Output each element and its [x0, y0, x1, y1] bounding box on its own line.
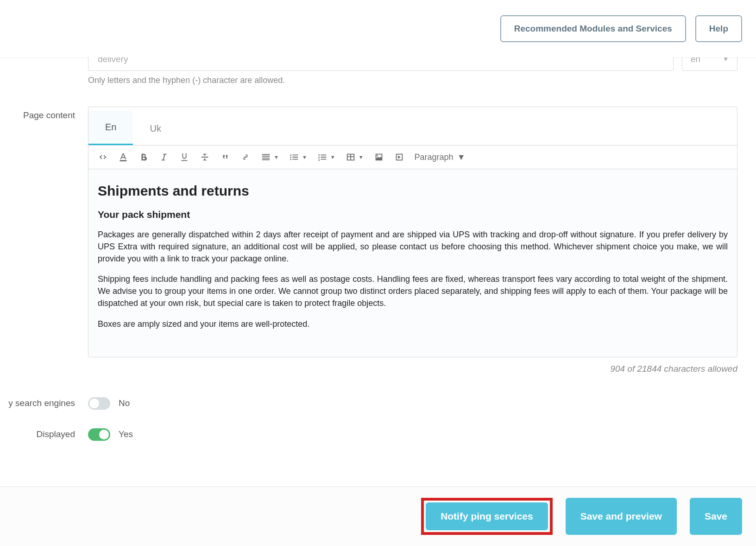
footer-bar: Notify ping services Save and preview Sa…: [0, 486, 756, 546]
content-h2: Shipments and returns: [98, 183, 728, 199]
form-content: Friendly URL en ▼ Only letters and the h…: [0, 57, 756, 441]
caret-down-icon: ▼: [359, 154, 364, 160]
table-icon: [346, 152, 356, 162]
page-content-label: Page content: [0, 104, 88, 121]
chevron-down-icon: ▼: [723, 57, 729, 63]
link-icon[interactable]: [240, 152, 251, 162]
bold-icon[interactable]: [139, 152, 149, 162]
numbered-list-dropdown[interactable]: ▼: [317, 152, 335, 162]
page-content-row: Page content En Uk: [0, 104, 737, 374]
search-engines-label: y search engines: [0, 398, 88, 408]
highlighted-notify: Notify ping services: [421, 498, 553, 535]
editor-content[interactable]: Shipments and returns Your pack shipment…: [88, 169, 737, 357]
bullet-list-icon: [289, 152, 299, 162]
format-dropdown[interactable]: Paragraph ▼: [415, 152, 466, 162]
search-engines-value: No: [119, 398, 130, 408]
notify-ping-button[interactable]: Notify ping services: [426, 502, 548, 530]
content-p2: Shipping fees include handling and packi…: [98, 273, 728, 309]
text-color-icon[interactable]: [118, 152, 128, 162]
char-count: 904 of 21844 characters allowed: [88, 364, 737, 374]
save-preview-button[interactable]: Save and preview: [566, 498, 677, 535]
format-label: Paragraph: [415, 152, 454, 162]
help-button[interactable]: Help: [695, 15, 742, 42]
recommended-modules-button[interactable]: Recommended Modules and Services: [500, 15, 686, 42]
tab-uk[interactable]: Uk: [133, 112, 177, 145]
content-h3: Your pack shipment: [98, 209, 728, 220]
underline-icon[interactable]: [179, 152, 189, 162]
caret-down-icon: ▼: [457, 152, 466, 162]
header-bar: Recommended Modules and Services Help: [0, 0, 756, 58]
editor-tabs: En Uk: [88, 107, 737, 145]
lang-select-value: en: [691, 57, 700, 64]
tab-en[interactable]: En: [88, 111, 133, 145]
caret-down-icon: ▼: [274, 154, 279, 160]
quote-icon[interactable]: [220, 152, 230, 162]
svg-rect-0: [120, 160, 127, 161]
image-icon[interactable]: [374, 152, 384, 162]
friendly-url-hint: Only letters and the hyphen (-) characte…: [88, 76, 737, 85]
content-p3: Boxes are amply sized and your items are…: [98, 318, 728, 330]
table-dropdown[interactable]: ▼: [346, 152, 364, 162]
search-engines-toggle[interactable]: [88, 397, 110, 410]
code-icon[interactable]: [98, 152, 108, 162]
align-dropdown[interactable]: ▼: [261, 152, 279, 162]
displayed-toggle[interactable]: [88, 428, 110, 441]
displayed-row: Displayed Yes: [0, 428, 737, 441]
align-icon: [261, 152, 271, 162]
bullet-list-dropdown[interactable]: ▼: [289, 152, 307, 162]
friendly-url-row: Friendly URL en ▼ Only letters and the h…: [0, 57, 737, 85]
friendly-url-lang-select[interactable]: en ▼: [682, 57, 737, 71]
friendly-url-input[interactable]: [88, 57, 674, 71]
caret-down-icon: ▼: [302, 154, 307, 160]
italic-icon[interactable]: [159, 152, 169, 162]
editor-panel: En Uk ▼: [88, 107, 737, 357]
strikethrough-icon[interactable]: [200, 152, 210, 162]
editor-toolbar: ▼ ▼ ▼ ▼: [88, 145, 737, 169]
video-icon[interactable]: [394, 152, 404, 162]
caret-down-icon: ▼: [330, 154, 335, 160]
numbered-list-icon: [317, 152, 328, 162]
content-p1: Packages are generally dispatched within…: [98, 229, 728, 265]
search-engines-row: y search engines No: [0, 397, 737, 410]
displayed-value: Yes: [119, 429, 133, 439]
displayed-label: Displayed: [0, 429, 88, 439]
save-button[interactable]: Save: [690, 498, 742, 535]
